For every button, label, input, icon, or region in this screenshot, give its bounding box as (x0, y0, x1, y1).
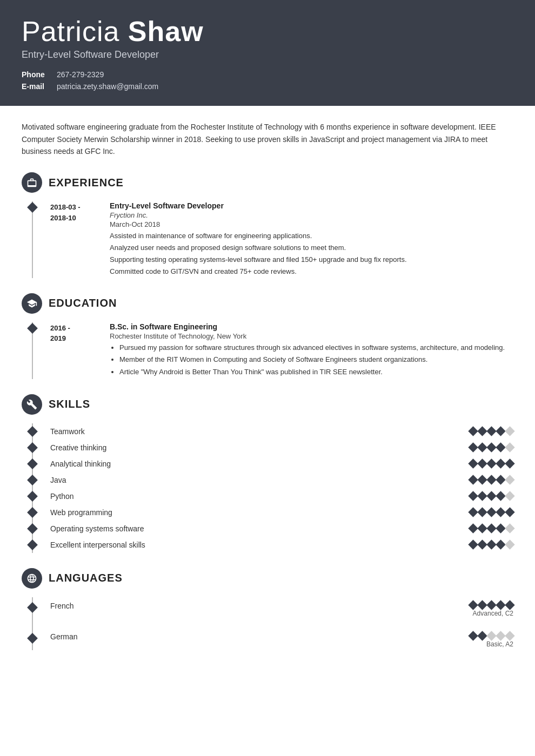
language-icon (26, 573, 37, 584)
experience-bullets-1: Assisted in maintenance of software for … (110, 231, 513, 277)
degree-1: B.Sc. in Software Engineering (110, 322, 513, 331)
skill-dot (477, 427, 487, 436)
skill-dot (505, 491, 514, 501)
skill-name-2: Analytical thinking (50, 456, 470, 472)
skill-dot (477, 459, 487, 469)
skill-dot (468, 540, 478, 550)
skill-dot (486, 491, 496, 501)
languages-title: LANGUAGES (49, 572, 123, 584)
skill-row-0: Teamwork (33, 423, 513, 440)
experience-item-1: 2018-03 - 2018-10 Entry-Level Software D… (33, 201, 513, 278)
skill-dot (468, 427, 478, 436)
bullet-1-1: Assisted in maintenance of software for … (110, 231, 513, 242)
skill-dot (468, 524, 478, 534)
skills-header: SKILLS (22, 394, 513, 415)
skill-dot (505, 540, 514, 550)
skill-dot (505, 508, 514, 517)
email-row: E-mail patricia.zety.shaw@gmail.com (22, 82, 513, 91)
skill-row-2: Analytical thinking (33, 456, 513, 472)
lang-dot (496, 600, 505, 610)
experience-dates-1: 2018-03 - 2018-10 (50, 201, 110, 278)
languages-list: FrenchAdvanced, C2GermanBasic, A2 (32, 597, 513, 650)
skill-row-7: Excellent interpersonal skills (33, 537, 513, 553)
main-content: Motivated software engineering graduate … (0, 106, 535, 687)
skill-name-1: Creative thinking (50, 440, 470, 456)
lang-right-0: Advanced, C2 (470, 597, 513, 619)
skills-icon (22, 394, 42, 415)
skill-name-0: Teamwork (50, 423, 470, 440)
skill-dot (486, 540, 496, 550)
lang-row-1: GermanBasic, A2 (33, 628, 513, 650)
contact-info: Phone 267-279-2329 E-mail patricia.zety.… (22, 70, 513, 91)
skill-dot (496, 508, 505, 517)
languages-header: LANGUAGES (22, 568, 513, 589)
skill-row-1: Creative thinking (33, 440, 513, 456)
skill-dots-0 (470, 428, 513, 435)
experience-icon (22, 172, 42, 193)
skill-dot (486, 459, 496, 469)
briefcase-icon (26, 177, 37, 188)
education-dates-1: 2016 - 2019 (50, 322, 110, 379)
summary: Motivated software engineering graduate … (22, 119, 513, 157)
bullet-1-2: Analyzed user needs and proposed design … (110, 242, 513, 254)
skill-dot (496, 443, 505, 453)
lang-dot (505, 631, 514, 640)
lang-right-1: Basic, A2 (470, 628, 513, 650)
skill-dots-5 (470, 509, 513, 516)
lang-dots-1 (470, 632, 513, 639)
lang-dot (486, 600, 496, 610)
education-timeline: 2016 - 2019 B.Sc. in Software Engineerin… (32, 322, 513, 379)
skill-dot (477, 443, 487, 453)
institution-1: Rochester Institute of Technology, New Y… (110, 332, 513, 340)
education-header: EDUCATION (22, 293, 513, 314)
education-bullets-1: Pursued my passion for software structur… (110, 342, 513, 378)
skill-dot (505, 443, 514, 453)
first-name: Patricia (22, 16, 128, 47)
skill-dot (468, 508, 478, 517)
lang-dot (468, 600, 478, 610)
education-icon (22, 293, 42, 314)
education-content-1: B.Sc. in Software Engineering Rochester … (110, 322, 513, 379)
skill-dot (486, 524, 496, 534)
skill-dots-2 (470, 460, 513, 467)
skill-dot (496, 427, 505, 436)
job-title-1: Entry-Level Software Developer (110, 201, 513, 210)
period-1: March-Oct 2018 (110, 220, 513, 228)
job-title: Entry-Level Software Developer (22, 49, 513, 60)
languages-icon (22, 568, 42, 589)
lang-dot (505, 600, 514, 610)
skill-dot (496, 540, 505, 550)
skills-section: SKILLS TeamworkCreative thinkingAnalytic… (22, 394, 513, 553)
bullet-1-4: Committed code to GIT/SVN and created 75… (110, 266, 513, 278)
skill-dot (486, 443, 496, 453)
skills-list: TeamworkCreative thinkingAnalytical thin… (32, 423, 513, 553)
lang-row-0: FrenchAdvanced, C2 (33, 597, 513, 619)
skill-dot (468, 491, 478, 501)
graduation-icon (26, 298, 37, 309)
skill-dot (505, 427, 514, 436)
education-item-1: 2016 - 2019 B.Sc. in Software Engineerin… (33, 322, 513, 379)
last-name: Shaw (128, 16, 204, 47)
education-section: EDUCATION 2016 - 2019 B.Sc. in Software … (22, 293, 513, 379)
experience-header: EXPERIENCE (22, 172, 513, 193)
experience-content-1: Entry-Level Software Developer Fryction … (110, 201, 513, 278)
skill-dot (496, 524, 505, 534)
experience-timeline: 2018-03 - 2018-10 Entry-Level Software D… (32, 201, 513, 278)
skill-dot (477, 540, 487, 550)
header: Patricia Shaw Entry-Level Software Devel… (0, 0, 535, 106)
skill-dots-7 (470, 541, 513, 548)
edu-bullet-1-3: Article "Why Android is Better Than You … (119, 367, 513, 378)
skill-dot (468, 459, 478, 469)
skill-dot (505, 475, 514, 485)
company-1: Fryction Inc. (110, 211, 513, 219)
experience-section: EXPERIENCE 2018-03 - 2018-10 Entry-Level… (22, 172, 513, 278)
skill-dot (496, 491, 505, 501)
phone-label: Phone (22, 70, 51, 79)
skill-name-4: Python (50, 488, 470, 504)
skill-name-7: Excellent interpersonal skills (50, 537, 470, 553)
skill-dot (468, 443, 478, 453)
full-name: Patricia Shaw (22, 16, 513, 47)
lang-dot (496, 631, 505, 640)
skill-row-5: Web programming (33, 504, 513, 521)
lang-name-1: German (50, 628, 470, 643)
